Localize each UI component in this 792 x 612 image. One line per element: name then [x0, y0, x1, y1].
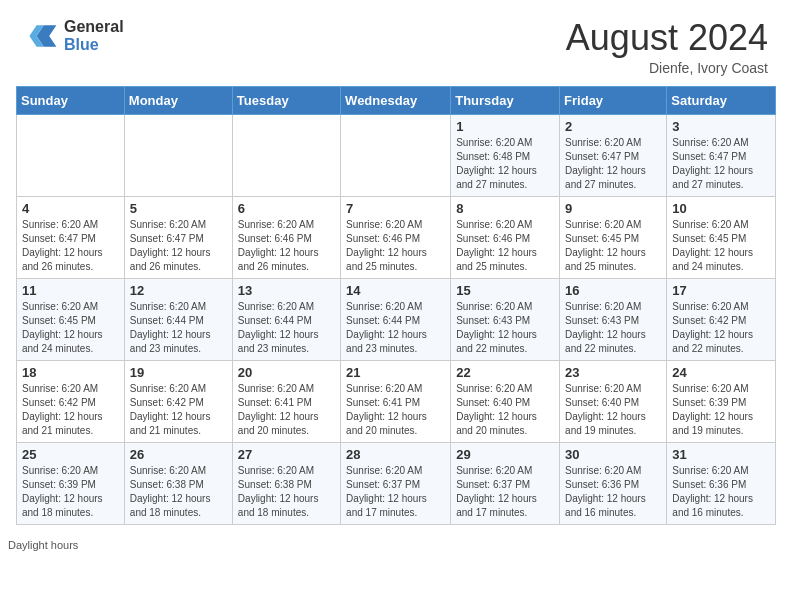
- footer: Daylight hours: [0, 533, 792, 555]
- header-wednesday: Wednesday: [341, 86, 451, 114]
- day-cell: 10Sunrise: 6:20 AM Sunset: 6:45 PM Dayli…: [667, 196, 776, 278]
- calendar-table: Sunday Monday Tuesday Wednesday Thursday…: [16, 86, 776, 525]
- day-info: Sunrise: 6:20 AM Sunset: 6:45 PM Dayligh…: [672, 218, 770, 274]
- calendar-wrapper: Sunday Monday Tuesday Wednesday Thursday…: [0, 86, 792, 533]
- day-cell: 4Sunrise: 6:20 AM Sunset: 6:47 PM Daylig…: [17, 196, 125, 278]
- day-info: Sunrise: 6:20 AM Sunset: 6:44 PM Dayligh…: [238, 300, 335, 356]
- day-info: Sunrise: 6:20 AM Sunset: 6:40 PM Dayligh…: [456, 382, 554, 438]
- day-cell: 16Sunrise: 6:20 AM Sunset: 6:43 PM Dayli…: [560, 278, 667, 360]
- day-info: Sunrise: 6:20 AM Sunset: 6:47 PM Dayligh…: [22, 218, 119, 274]
- header-tuesday: Tuesday: [232, 86, 340, 114]
- day-number: 28: [346, 447, 445, 462]
- day-cell: 5Sunrise: 6:20 AM Sunset: 6:47 PM Daylig…: [124, 196, 232, 278]
- day-number: 20: [238, 365, 335, 380]
- week-row-1: 1Sunrise: 6:20 AM Sunset: 6:48 PM Daylig…: [17, 114, 776, 196]
- day-cell: 18Sunrise: 6:20 AM Sunset: 6:42 PM Dayli…: [17, 360, 125, 442]
- day-number: 26: [130, 447, 227, 462]
- day-info: Sunrise: 6:20 AM Sunset: 6:44 PM Dayligh…: [346, 300, 445, 356]
- day-number: 11: [22, 283, 119, 298]
- day-number: 23: [565, 365, 661, 380]
- day-info: Sunrise: 6:20 AM Sunset: 6:42 PM Dayligh…: [672, 300, 770, 356]
- day-number: 18: [22, 365, 119, 380]
- weekday-header-row: Sunday Monday Tuesday Wednesday Thursday…: [17, 86, 776, 114]
- day-cell: 13Sunrise: 6:20 AM Sunset: 6:44 PM Dayli…: [232, 278, 340, 360]
- day-number: 10: [672, 201, 770, 216]
- day-info: Sunrise: 6:20 AM Sunset: 6:47 PM Dayligh…: [130, 218, 227, 274]
- day-cell: [124, 114, 232, 196]
- day-info: Sunrise: 6:20 AM Sunset: 6:48 PM Dayligh…: [456, 136, 554, 192]
- week-row-2: 4Sunrise: 6:20 AM Sunset: 6:47 PM Daylig…: [17, 196, 776, 278]
- logo-icon: [24, 18, 60, 54]
- month-year-title: August 2024: [566, 18, 768, 58]
- day-number: 13: [238, 283, 335, 298]
- day-cell: 8Sunrise: 6:20 AM Sunset: 6:46 PM Daylig…: [451, 196, 560, 278]
- week-row-3: 11Sunrise: 6:20 AM Sunset: 6:45 PM Dayli…: [17, 278, 776, 360]
- day-number: 9: [565, 201, 661, 216]
- logo: General Blue: [24, 18, 124, 54]
- daylight-hours-label: Daylight hours: [8, 539, 78, 551]
- day-info: Sunrise: 6:20 AM Sunset: 6:45 PM Dayligh…: [22, 300, 119, 356]
- day-cell: [232, 114, 340, 196]
- header-sunday: Sunday: [17, 86, 125, 114]
- day-info: Sunrise: 6:20 AM Sunset: 6:40 PM Dayligh…: [565, 382, 661, 438]
- logo-general-text: General: [64, 18, 124, 36]
- day-cell: 3Sunrise: 6:20 AM Sunset: 6:47 PM Daylig…: [667, 114, 776, 196]
- day-number: 31: [672, 447, 770, 462]
- day-info: Sunrise: 6:20 AM Sunset: 6:46 PM Dayligh…: [238, 218, 335, 274]
- day-info: Sunrise: 6:20 AM Sunset: 6:46 PM Dayligh…: [346, 218, 445, 274]
- day-number: 14: [346, 283, 445, 298]
- day-cell: 21Sunrise: 6:20 AM Sunset: 6:41 PM Dayli…: [341, 360, 451, 442]
- header-saturday: Saturday: [667, 86, 776, 114]
- day-number: 4: [22, 201, 119, 216]
- logo-blue-text: Blue: [64, 36, 124, 54]
- day-cell: 6Sunrise: 6:20 AM Sunset: 6:46 PM Daylig…: [232, 196, 340, 278]
- day-info: Sunrise: 6:20 AM Sunset: 6:47 PM Dayligh…: [565, 136, 661, 192]
- day-cell: 12Sunrise: 6:20 AM Sunset: 6:44 PM Dayli…: [124, 278, 232, 360]
- day-info: Sunrise: 6:20 AM Sunset: 6:41 PM Dayligh…: [346, 382, 445, 438]
- day-cell: 30Sunrise: 6:20 AM Sunset: 6:36 PM Dayli…: [560, 442, 667, 524]
- day-number: 6: [238, 201, 335, 216]
- day-info: Sunrise: 6:20 AM Sunset: 6:43 PM Dayligh…: [456, 300, 554, 356]
- day-info: Sunrise: 6:20 AM Sunset: 6:47 PM Dayligh…: [672, 136, 770, 192]
- day-info: Sunrise: 6:20 AM Sunset: 6:38 PM Dayligh…: [130, 464, 227, 520]
- day-number: 24: [672, 365, 770, 380]
- title-block: August 2024 Dienfe, Ivory Coast: [566, 18, 768, 76]
- day-info: Sunrise: 6:20 AM Sunset: 6:37 PM Dayligh…: [346, 464, 445, 520]
- day-cell: [17, 114, 125, 196]
- day-number: 22: [456, 365, 554, 380]
- week-row-4: 18Sunrise: 6:20 AM Sunset: 6:42 PM Dayli…: [17, 360, 776, 442]
- day-number: 29: [456, 447, 554, 462]
- day-cell: 7Sunrise: 6:20 AM Sunset: 6:46 PM Daylig…: [341, 196, 451, 278]
- location-subtitle: Dienfe, Ivory Coast: [566, 60, 768, 76]
- day-info: Sunrise: 6:20 AM Sunset: 6:46 PM Dayligh…: [456, 218, 554, 274]
- day-cell: 1Sunrise: 6:20 AM Sunset: 6:48 PM Daylig…: [451, 114, 560, 196]
- day-number: 1: [456, 119, 554, 134]
- page-container: General Blue August 2024 Dienfe, Ivory C…: [0, 0, 792, 555]
- day-cell: 2Sunrise: 6:20 AM Sunset: 6:47 PM Daylig…: [560, 114, 667, 196]
- day-cell: 29Sunrise: 6:20 AM Sunset: 6:37 PM Dayli…: [451, 442, 560, 524]
- header: General Blue August 2024 Dienfe, Ivory C…: [0, 0, 792, 86]
- header-friday: Friday: [560, 86, 667, 114]
- day-number: 25: [22, 447, 119, 462]
- day-info: Sunrise: 6:20 AM Sunset: 6:42 PM Dayligh…: [130, 382, 227, 438]
- logo-text: General Blue: [64, 18, 124, 53]
- day-info: Sunrise: 6:20 AM Sunset: 6:36 PM Dayligh…: [672, 464, 770, 520]
- day-number: 12: [130, 283, 227, 298]
- day-cell: 24Sunrise: 6:20 AM Sunset: 6:39 PM Dayli…: [667, 360, 776, 442]
- day-number: 15: [456, 283, 554, 298]
- day-number: 19: [130, 365, 227, 380]
- day-cell: 9Sunrise: 6:20 AM Sunset: 6:45 PM Daylig…: [560, 196, 667, 278]
- day-cell: 11Sunrise: 6:20 AM Sunset: 6:45 PM Dayli…: [17, 278, 125, 360]
- day-cell: 25Sunrise: 6:20 AM Sunset: 6:39 PM Dayli…: [17, 442, 125, 524]
- day-cell: 15Sunrise: 6:20 AM Sunset: 6:43 PM Dayli…: [451, 278, 560, 360]
- day-info: Sunrise: 6:20 AM Sunset: 6:39 PM Dayligh…: [22, 464, 119, 520]
- day-cell: [341, 114, 451, 196]
- day-number: 3: [672, 119, 770, 134]
- day-number: 17: [672, 283, 770, 298]
- day-info: Sunrise: 6:20 AM Sunset: 6:43 PM Dayligh…: [565, 300, 661, 356]
- day-number: 16: [565, 283, 661, 298]
- day-number: 5: [130, 201, 227, 216]
- day-info: Sunrise: 6:20 AM Sunset: 6:37 PM Dayligh…: [456, 464, 554, 520]
- day-number: 27: [238, 447, 335, 462]
- day-info: Sunrise: 6:20 AM Sunset: 6:42 PM Dayligh…: [22, 382, 119, 438]
